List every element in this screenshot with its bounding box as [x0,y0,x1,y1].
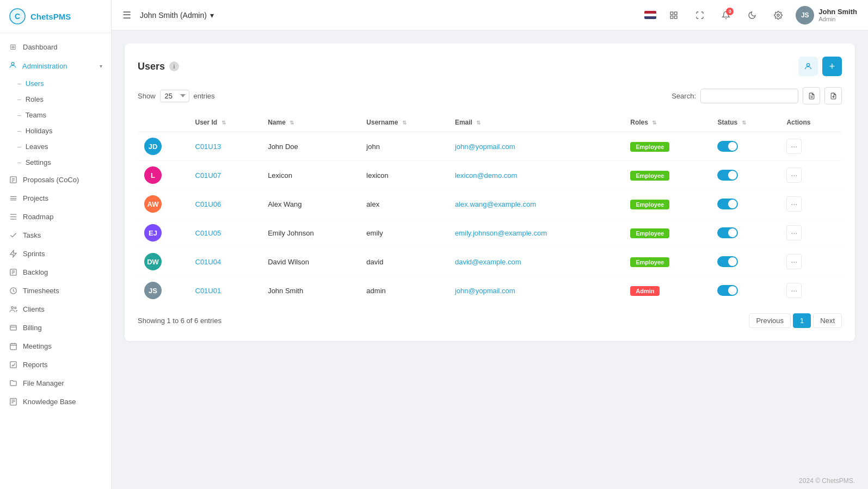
user-id-link[interactable]: C01U04 [195,258,221,266]
sidebar-item-label: Proposals (CoCo) [23,176,79,184]
avatar: JS [144,282,162,299]
user-id-link[interactable]: C01U13 [195,143,221,151]
col-status[interactable]: Status ⇅ [711,113,780,132]
sidebar-item-reports[interactable]: Reports [0,355,111,374]
showing-entries-text: Showing 1 to 6 of 6 entries [138,317,221,325]
sidebar-item-billing[interactable]: Billing [0,318,111,337]
sidebar-item-proposals[interactable]: Proposals (CoCo) [0,170,111,189]
sidebar-item-label: Timesheets [23,287,59,295]
apps-grid-button[interactable] [665,7,682,24]
col-name[interactable]: Name ⇅ [261,113,360,132]
export-excel-button[interactable] [824,87,842,104]
theme-toggle-button[interactable] [743,7,761,24]
row-action-menu-button[interactable]: ··· [786,139,802,154]
entries-per-page-select[interactable]: 10 25 50 100 [160,90,189,102]
status-toggle[interactable] [717,141,738,152]
col-username[interactable]: Username ⇅ [360,113,448,132]
submenu-item-leaves[interactable]: Leaves [0,139,111,154]
export-csv-button[interactable] [803,87,820,104]
sidebar-item-projects[interactable]: Projects [0,189,111,207]
sidebar-item-knowledge-base[interactable]: Knowledge Base [0,392,111,411]
submenu-item-roles[interactable]: Roles [0,91,111,107]
sidebar-item-roadmap[interactable]: Roadmap [0,207,111,226]
header-user-selector[interactable]: John Smith (Admin) ▾ [140,11,214,20]
tasks-icon [9,231,17,239]
settings-button[interactable] [769,7,787,24]
row-user-id: C01U13 [189,132,262,161]
user-id-link[interactable]: C01U01 [195,287,221,295]
email-link[interactable]: lexicon@demo.com [455,171,517,179]
page-header: Users i + [138,57,842,76]
row-action-menu-button[interactable]: ··· [786,196,802,212]
search-input[interactable] [700,89,798,103]
col-email[interactable]: Email ⇅ [448,113,624,132]
header-user-role: Admin [818,16,857,22]
col-roles[interactable]: Roles ⇅ [624,113,711,132]
row-action-menu-button[interactable]: ··· [786,225,802,240]
add-user-button[interactable]: + [822,57,842,76]
submenu-item-holidays[interactable]: Holidays [0,123,111,139]
table-header-row: User Id ⇅ Name ⇅ Username ⇅ Email [138,113,842,132]
status-toggle[interactable] [717,199,738,209]
row-action-menu-button[interactable]: ··· [786,283,802,298]
timesheets-icon [9,286,17,295]
sidebar-item-sprints[interactable]: Sprints [0,244,111,263]
col-username-label: Username [366,119,398,126]
email-link[interactable]: david@example.com [455,258,521,266]
previous-page-button[interactable]: Previous [749,313,791,328]
logo-icon: C [9,8,26,25]
role-badge: Employee [630,171,669,181]
submenu-item-teams[interactable]: Teams [0,107,111,123]
submenu-item-users[interactable]: Users [0,76,111,91]
add-icon: + [829,61,835,72]
header-user-profile[interactable]: JS John Smith Admin [796,6,857,24]
sidebar-item-label: Roadmap [23,213,53,221]
sidebar-item-administration[interactable]: Administration ▾ [0,56,111,76]
sidebar-item-tasks[interactable]: Tasks [0,226,111,244]
status-toggle[interactable] [717,256,738,267]
next-page-button[interactable]: Next [813,313,842,328]
email-link[interactable]: emily.johnson@example.com [455,229,547,237]
users-table: User Id ⇅ Name ⇅ Username ⇅ Email [138,113,842,305]
sidebar-item-dashboard[interactable]: ⊞ Dashboard [0,38,111,56]
row-name: John Doe [261,132,360,161]
hamburger-button[interactable]: ☰ [122,9,131,21]
email-link[interactable]: john@yopmail.com [455,143,515,151]
col-status-label: Status [717,119,737,126]
row-action-menu-button[interactable]: ··· [786,168,802,183]
row-action-menu-button[interactable]: ··· [786,254,802,269]
sidebar-item-backlog[interactable]: Backlog [0,263,111,281]
dropdown-arrow-icon: ▾ [210,11,214,20]
user-id-link[interactable]: C01U07 [195,171,221,179]
user-id-link[interactable]: C01U06 [195,200,221,208]
sidebar-item-clients[interactable]: Clients [0,300,111,318]
sidebar-item-label: File Manager [23,379,64,387]
email-link[interactable]: john@yopmail.com [455,287,515,295]
notifications-button[interactable]: 0 [717,7,735,24]
svg-rect-21 [10,361,16,367]
status-toggle[interactable] [717,285,738,296]
info-icon[interactable]: i [169,61,179,71]
email-link[interactable]: alex.wang@example.com [455,200,536,208]
status-toggle[interactable] [717,170,738,181]
fullscreen-button[interactable] [691,7,709,24]
sidebar-item-file-manager[interactable]: File Manager [0,374,111,392]
row-username: emily [360,219,448,247]
row-avatar-cell: JS [138,276,189,305]
status-toggle[interactable] [717,227,738,238]
show-entries: Show 10 25 50 100 entries [138,90,215,102]
row-avatar-cell: JD [138,132,189,161]
language-flag-icon[interactable] [644,11,656,19]
sidebar-item-meetings[interactable]: Meetings [0,337,111,355]
svg-rect-15 [10,325,16,330]
user-icon-button[interactable] [798,57,818,76]
sidebar-item-label: Backlog [23,268,48,276]
sidebar-item-timesheets[interactable]: Timesheets [0,281,111,300]
sort-icon-user-id: ⇅ [221,120,226,126]
col-user-id[interactable]: User Id ⇅ [189,113,262,132]
file-manager-icon [9,379,17,387]
user-id-link[interactable]: C01U05 [195,229,221,237]
submenu-item-settings[interactable]: Settings [0,154,111,170]
row-actions: ··· [780,219,842,247]
page-1-button[interactable]: 1 [793,313,811,328]
